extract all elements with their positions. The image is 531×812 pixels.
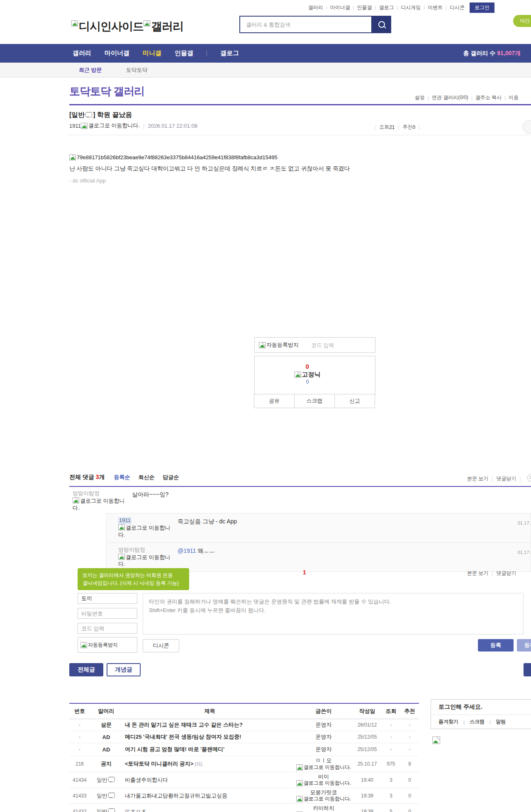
close-comments-button[interactable]: 댓글닫기 bbox=[496, 475, 516, 482]
broken-image-icon bbox=[118, 554, 125, 560]
recent-visit-label[interactable]: 최근 방문 bbox=[79, 66, 102, 74]
author-link[interactable]: 카이하치 갤로그로 이동합니다. bbox=[295, 805, 353, 812]
author-link[interactable]: 운영자 bbox=[295, 746, 353, 753]
login-button[interactable]: 로그인 bbox=[470, 2, 494, 13]
divider bbox=[488, 571, 496, 576]
comment-author-block[interactable]: 1911 갤로그로 이동합니다. bbox=[118, 517, 171, 539]
search-input[interactable] bbox=[245, 21, 363, 28]
search-icon bbox=[378, 21, 385, 28]
post-broken-image: 79e88171b5826bf23beae9e74f88263e3375b844… bbox=[69, 154, 278, 160]
mention-link[interactable]: @1911 bbox=[178, 547, 196, 554]
author-link[interactable]: 모몽가랏코 갤로그로 이동합니다. bbox=[295, 789, 353, 802]
favorites-tab[interactable]: 즐겨찾기 bbox=[438, 718, 458, 725]
util-link-person-gallery[interactable]: 인물갤 bbox=[357, 4, 372, 11]
notification-tab[interactable]: 알림 bbox=[496, 718, 506, 725]
speech-bubble-icon bbox=[108, 808, 115, 812]
author-link[interactable]: ㅁㅣ오 갤로그로 이동합니다. bbox=[295, 757, 353, 770]
author-link[interactable]: 비이 갤로그로 이동합니다. bbox=[295, 773, 353, 786]
comment-submit-secondary-button[interactable]: 등록 bbox=[517, 639, 531, 652]
scrap-tab[interactable]: 스크랩 bbox=[470, 718, 485, 725]
dccon-button[interactable]: 디시콘 bbox=[143, 639, 179, 652]
util-link-gallery[interactable]: 갤러리 bbox=[308, 4, 323, 11]
nav-item-gallery[interactable]: 갤러리 bbox=[73, 49, 91, 57]
gallog-alt-text[interactable]: 갤로그로 이동합니다. bbox=[88, 122, 140, 129]
gallog-alt-text: 갤로그로 이동합니다. bbox=[118, 525, 171, 538]
upvote-count[interactable]: 0 bbox=[247, 363, 368, 370]
sort-tab-reply-order[interactable]: 답글순 bbox=[163, 474, 179, 481]
search-area bbox=[239, 16, 391, 33]
comment-nickname-input[interactable] bbox=[78, 593, 137, 604]
sidebar-tabs: 즐겨찾기 스크랩 알림 bbox=[431, 715, 531, 729]
util-link-dccon[interactable]: 디시콘 bbox=[450, 4, 465, 11]
divider bbox=[69, 104, 531, 105]
post-link[interactable]: 메디25 '국내최대' 전국 생동/임상 참여자 모집중! bbox=[122, 733, 295, 741]
col-header-category: 말머리 bbox=[90, 707, 122, 715]
divider bbox=[394, 5, 401, 10]
captcha-code-input[interactable] bbox=[310, 342, 358, 349]
nav-item-mini-active[interactable]: 미니갤 bbox=[143, 49, 161, 57]
post-author[interactable]: 1911 bbox=[69, 123, 81, 129]
fixed-nick-vote[interactable]: 고정닉 bbox=[247, 371, 368, 379]
post-link[interactable]: 여기 시험 공고 엄청 많데! 바로 '플랜메디' bbox=[122, 746, 295, 753]
comment-author-block[interactable]: 엉덩이탐정 갤로그로 이동합니다. bbox=[118, 547, 171, 568]
table-row: 216 공지 <토닥토닥 미니갤러리 공지>[31] ㅁㅣ오 갤로그로 이동합니… bbox=[69, 756, 419, 772]
gallery-settings-link[interactable]: 설정 bbox=[415, 94, 425, 101]
all-posts-button[interactable]: 전체글 bbox=[69, 663, 103, 676]
post-via-app: - dc official App bbox=[69, 177, 106, 184]
comment-page-number[interactable]: 1 bbox=[303, 569, 306, 576]
post-link[interactable]: 비출생주의합시다 bbox=[122, 776, 295, 784]
comment-submit-button[interactable]: 등록 bbox=[478, 639, 514, 652]
util-link-event[interactable]: 이벤트 bbox=[428, 4, 443, 11]
comment-time: 01.17 2 bbox=[518, 550, 531, 555]
captcha-broken-image: 자동등록방지 bbox=[259, 341, 299, 349]
scrap-button[interactable]: 스크랩 bbox=[294, 394, 335, 408]
comment-password-input[interactable] bbox=[78, 608, 137, 619]
util-link-minor-gallery[interactable]: 마이너갤 bbox=[330, 4, 350, 11]
nav-item-minor[interactable]: 마이너갤 bbox=[105, 49, 129, 57]
sort-tab-register-order[interactable]: 등록순 bbox=[114, 474, 130, 481]
usage-guide-link[interactable]: 이용 bbox=[509, 94, 519, 101]
report-button[interactable]: 신고 bbox=[334, 394, 375, 408]
divider bbox=[140, 123, 148, 129]
author-link[interactable]: 운영자 bbox=[295, 733, 353, 741]
comment-shortcut-button[interactable] bbox=[523, 120, 531, 134]
divider bbox=[516, 476, 524, 482]
util-link-dcgame[interactable]: 디시게임 bbox=[401, 4, 421, 11]
nav-item-person[interactable]: 인물갤 bbox=[175, 49, 193, 57]
comment-code-input[interactable] bbox=[78, 623, 137, 634]
nav-item-gallog[interactable]: 갤로그 bbox=[220, 49, 239, 57]
reply-thread-box: 1911 갤로그로 이동합니다. 죽고싶음 그냥 - dc App 01.17 … bbox=[106, 513, 531, 572]
view-post-body-button[interactable]: 본문 보기 bbox=[467, 475, 488, 482]
related-gallery-link[interactable]: 연관 갤러리(0/0) bbox=[432, 94, 468, 101]
close-comments-button[interactable]: 댓글닫기 bbox=[496, 570, 516, 577]
site-logo[interactable]: 디시인사이드갤러리 bbox=[71, 19, 183, 34]
search-button[interactable] bbox=[372, 16, 391, 33]
post-link[interactable]: ㄸㅊㅇㅈ bbox=[122, 808, 295, 812]
view-post-body-button[interactable]: 본문 보기 bbox=[467, 570, 488, 577]
comment-textarea[interactable]: 타인의 권리를 침해하거나 명예를 훼손하는 댓글은 운영원칙 및 관련 법률에… bbox=[143, 593, 524, 635]
author-link[interactable]: 운영자 bbox=[295, 721, 353, 729]
write-post-button-cut[interactable] bbox=[524, 663, 531, 676]
gallery-title[interactable]: 토닥토닥 갤러리 bbox=[69, 84, 144, 99]
main-navbar: 갤러리 마이너갤 미니갤 인물갤 갤로그 총 갤러리 수 91,007개 bbox=[0, 44, 531, 63]
divider bbox=[69, 486, 531, 487]
broken-image-icon bbox=[296, 764, 303, 771]
share-button[interactable]: 공유 bbox=[254, 394, 295, 408]
comment-author-block[interactable]: 엉덩이탐정 갤로그로 이동합니다. bbox=[73, 490, 126, 512]
comment-author: 엉덩이탐정 bbox=[73, 490, 100, 496]
post-link[interactable]: 내가울고화내고당황하고절규하고빌고싶음 bbox=[122, 792, 295, 800]
table-row: 41434 일반 비출생주의합시다 비이 갤로그로 이동합니다. 19:40 3… bbox=[69, 772, 419, 788]
post-link[interactable]: <토닥토닥 미니갤러리 공지>[31] bbox=[122, 760, 295, 768]
night-mode-toggle[interactable]: 야간 모드 bbox=[513, 15, 531, 27]
util-link-gallog[interactable]: 갤로그 bbox=[379, 4, 394, 11]
sort-tab-recent-order[interactable]: 최신순 bbox=[139, 474, 155, 481]
downvote-count[interactable]: 0 bbox=[247, 379, 368, 385]
comment-author: 엉덩이탐정 bbox=[118, 547, 145, 553]
divider bbox=[421, 5, 428, 10]
copy-gallery-url-link[interactable]: 갤주소 복사 bbox=[475, 94, 502, 101]
post-captcha-box: 자동등록방지 bbox=[254, 337, 375, 353]
post-link[interactable]: 내 돈 관리 맡기고 싶은 재태크 고수 같은 스타는? bbox=[122, 721, 295, 729]
best-posts-button[interactable]: 개념글 bbox=[107, 663, 141, 676]
breadcrumb-current-gallery[interactable]: 토닥토닥 bbox=[126, 66, 148, 74]
dcinside-gallery-page: 갤러리 마이너갤 인물갤 갤로그 디시게임 이벤트 디시콘 로그인 야간 모드 … bbox=[0, 0, 531, 812]
